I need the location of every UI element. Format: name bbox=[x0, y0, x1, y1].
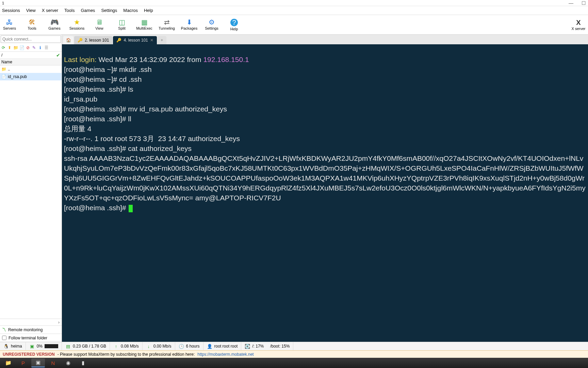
mem-icon: ▤ bbox=[65, 343, 71, 349]
status-host[interactable]: 🐧heima bbox=[0, 342, 26, 350]
tool-tunneling[interactable]: ⇄Tunneling bbox=[159, 19, 175, 31]
split-icon: ◫ bbox=[119, 19, 125, 26]
remote-monitoring-row[interactable]: 〽 Remote monitoring bbox=[0, 325, 62, 334]
help-icon: ? bbox=[230, 19, 238, 26]
status-net-down[interactable]: ↓0.00 Mb/s bbox=[143, 342, 175, 350]
status-bar: 🐧heima ▣0% ▤0.23 GB / 1.78 GB ↑0.08 Mb/s… bbox=[0, 342, 588, 350]
windows-taskbar: 📁 P ▣ N ◉ ▮ bbox=[0, 358, 588, 368]
menu-tools[interactable]: Tools bbox=[64, 8, 75, 13]
main-area: 🏠 🔑 2. lesson 101 🔑 4. lesson 101 ✕ + La… bbox=[62, 35, 588, 342]
view-icon: 🖥 bbox=[96, 19, 103, 26]
toolbar: 🖧Servers 🛠Tools 🎮Games ★Sessions 🖥View ◫… bbox=[0, 15, 588, 35]
monitor-icon: 〽 bbox=[2, 327, 6, 332]
sftp-newfolder-icon[interactable]: 📁 bbox=[13, 45, 18, 50]
sftp-tree[interactable]: 📁 .. 📄 id_rsa.pub bbox=[0, 65, 62, 319]
sidebar-expand[interactable]: › bbox=[0, 319, 62, 325]
cpu-bar bbox=[45, 344, 58, 348]
sftp-up-icon[interactable]: ⬆ bbox=[7, 45, 12, 50]
tool-settings[interactable]: ⚙Settings bbox=[203, 19, 220, 31]
up-icon: ↑ bbox=[113, 343, 119, 349]
user-icon: 👤 bbox=[207, 343, 212, 349]
folder-up-icon: 📁 bbox=[1, 67, 6, 72]
menu-bar: Sessions View X server Tools Games Setti… bbox=[0, 6, 588, 15]
task-mobaxterm[interactable]: ▣ bbox=[31, 358, 45, 367]
menu-help[interactable]: Help bbox=[144, 8, 153, 13]
tab-home[interactable]: 🏠 bbox=[63, 36, 74, 44]
tool-view[interactable]: 🖥View bbox=[91, 19, 108, 31]
last-login-label: Last login: bbox=[64, 56, 97, 63]
mobaxterm-link[interactable]: https://mobaxterm.mobatek.net bbox=[197, 352, 254, 357]
multiexec-icon: ▦ bbox=[141, 19, 148, 26]
follow-terminal-row[interactable]: Follow terminal folder bbox=[0, 334, 62, 342]
follow-checkbox[interactable] bbox=[2, 336, 6, 340]
menu-macros[interactable]: Macros bbox=[123, 8, 138, 13]
chevron-right-icon: › bbox=[58, 320, 60, 325]
clock-icon: 🕒 bbox=[179, 343, 184, 349]
down-icon: ↓ bbox=[146, 343, 151, 349]
sidebar-toolbar: ⟳ ⬆ 📁 📄 ⊘ ✎ ℹ ☰ bbox=[0, 44, 62, 52]
task-terminal[interactable]: ▮ bbox=[76, 358, 90, 367]
sftp-props-icon[interactable]: ℹ bbox=[37, 45, 43, 50]
tool-servers[interactable]: 🖧Servers bbox=[1, 19, 18, 31]
tab-lesson-2[interactable]: 🔑 2. lesson 101 bbox=[74, 36, 112, 44]
title-bar: 1 — ☐ bbox=[0, 0, 588, 6]
menu-sessions[interactable]: Sessions bbox=[2, 8, 20, 13]
window-title: 1 bbox=[2, 1, 4, 5]
tool-help[interactable]: ?Help bbox=[226, 19, 242, 31]
menu-settings[interactable]: Settings bbox=[101, 8, 117, 13]
task-chrome[interactable]: ◉ bbox=[61, 358, 75, 367]
settings-icon: ⚙ bbox=[209, 19, 215, 26]
tunneling-icon: ⇄ bbox=[164, 19, 170, 26]
unregistered-label: UNREGISTERED VERSION bbox=[3, 352, 55, 357]
tool-sessions[interactable]: ★Sessions bbox=[69, 19, 85, 31]
status-user[interactable]: 👤root root root bbox=[203, 342, 242, 350]
status-mem[interactable]: ▤0.23 GB / 1.78 GB bbox=[62, 342, 110, 350]
task-powerpoint[interactable]: P bbox=[16, 358, 30, 367]
tool-multiexec[interactable]: ▦MultiExec bbox=[136, 19, 152, 31]
status-disk[interactable]: 💽/: 17% /boot: 15% bbox=[241, 342, 293, 350]
sessions-icon: ★ bbox=[74, 19, 80, 26]
terminal-cursor bbox=[129, 205, 133, 212]
sftp-refresh-icon[interactable]: ⟳ bbox=[1, 45, 6, 50]
maximize-button[interactable]: ☐ bbox=[582, 0, 586, 6]
terminal[interactable]: Last login: Wed Mar 23 14:32:09 2022 fro… bbox=[62, 44, 588, 342]
status-net-up[interactable]: ↑0.08 Mb/s bbox=[110, 342, 143, 350]
sidebar: ⟳ ⬆ 📁 📄 ⊘ ✎ ℹ ☰ / ✔ Name 📁 .. 📄 id_rsa.p… bbox=[0, 35, 62, 342]
tools-icon: 🛠 bbox=[29, 19, 35, 26]
menu-view[interactable]: View bbox=[26, 8, 36, 13]
task-notepad[interactable]: N bbox=[46, 358, 60, 367]
minimize-button[interactable]: — bbox=[569, 0, 573, 6]
sftp-column-header[interactable]: Name bbox=[0, 59, 62, 65]
menu-games[interactable]: Games bbox=[81, 8, 95, 13]
sftp-delete-icon[interactable]: ⊘ bbox=[25, 45, 31, 50]
sftp-path[interactable]: / ✔ bbox=[0, 52, 62, 59]
key-icon: 🔑 bbox=[78, 38, 83, 43]
tree-item-file[interactable]: 📄 id_rsa.pub bbox=[0, 73, 62, 80]
key-icon: 🔑 bbox=[116, 38, 121, 43]
tool-packages[interactable]: ⬇Packages bbox=[181, 19, 197, 31]
tab-lesson-4[interactable]: 🔑 4. lesson 101 ✕ bbox=[113, 36, 157, 44]
tab-bar: 🏠 🔑 2. lesson 101 🔑 4. lesson 101 ✕ + bbox=[62, 35, 588, 44]
tab-new[interactable]: + bbox=[158, 36, 166, 44]
status-cpu[interactable]: ▣0% bbox=[26, 342, 62, 350]
host-icon: 🐧 bbox=[3, 343, 9, 349]
menu-xserver[interactable]: X server bbox=[42, 8, 58, 13]
sftp-newfile-icon[interactable]: 📄 bbox=[19, 45, 24, 50]
xserver-icon: X bbox=[576, 19, 581, 26]
tree-item-parent[interactable]: 📁 .. bbox=[0, 65, 62, 73]
sftp-edit-icon[interactable]: ✎ bbox=[31, 45, 37, 50]
plus-icon: + bbox=[161, 38, 163, 43]
sftp-sort-icon[interactable]: ☰ bbox=[44, 45, 49, 50]
tool-split[interactable]: ◫Split bbox=[114, 19, 130, 31]
tool-xserver[interactable]: XX server bbox=[570, 19, 587, 31]
tool-tools[interactable]: 🛠Tools bbox=[24, 19, 40, 31]
task-explorer[interactable]: 📁 bbox=[1, 358, 15, 367]
path-ok-icon: ✔ bbox=[56, 52, 60, 58]
status-uptime[interactable]: 🕒6 hours bbox=[175, 342, 203, 350]
tool-games[interactable]: 🎮Games bbox=[46, 19, 63, 31]
unregistered-bar: UNREGISTERED VERSION - Please support Mo… bbox=[0, 350, 588, 358]
cpu-icon: ▣ bbox=[29, 343, 35, 349]
quick-connect-input[interactable] bbox=[1, 35, 61, 43]
tab-close-icon[interactable]: ✕ bbox=[150, 38, 153, 43]
servers-icon: 🖧 bbox=[6, 19, 13, 26]
